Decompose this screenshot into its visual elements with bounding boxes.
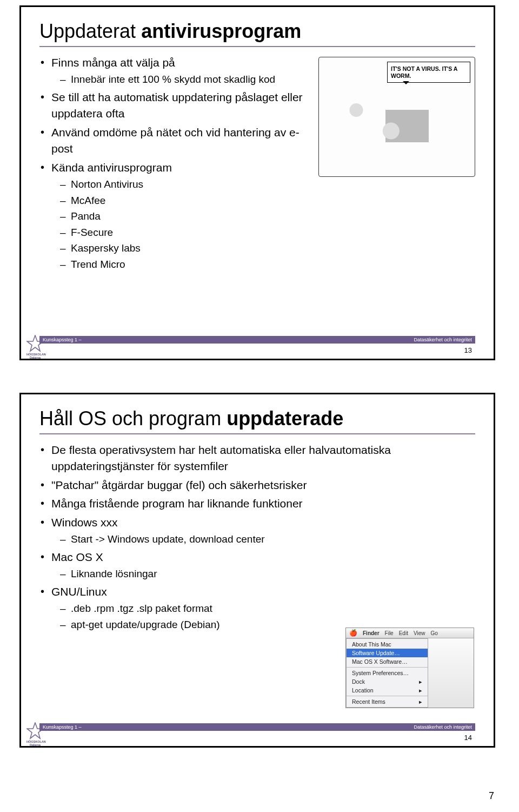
apple-icon: 🍎	[349, 629, 357, 637]
bullet-list: Finns många att välja på Innebär inte et…	[39, 55, 310, 272]
sub-item: Panda	[51, 209, 310, 224]
slide-1: Uppdaterat antivirusprogram Finns många …	[19, 5, 495, 360]
logo-text: HÖGSKOLAN Dalarna	[26, 353, 44, 359]
menubar-item: View	[414, 630, 425, 636]
cartoon-doodle	[324, 91, 469, 171]
bullet-text: Mac OS X	[51, 551, 103, 563]
bullet-item: Många fristående program har liknande fu…	[39, 496, 475, 512]
title-plain: Uppdaterat	[39, 20, 141, 42]
menu-item: Location▸	[347, 686, 428, 695]
bullet-item: Finns många att välja på Innebär inte et…	[39, 55, 310, 87]
page: Uppdaterat antivirusprogram Finns många …	[0, 0, 519, 811]
speech-bubble: IT'S NOT A VIRUS. IT'S A WORM.	[387, 62, 470, 83]
content-left: Finns många att välja på Innebär inte et…	[39, 55, 310, 274]
title-plain: Håll OS och program	[39, 407, 227, 430]
bullet-item: Windows xxx Start -> Windows update, dow…	[39, 514, 475, 547]
menu-item: Dock▸	[347, 677, 428, 686]
menu-item: Mac OS X Software…	[347, 657, 428, 666]
sub-item: Trend Micro	[51, 257, 310, 272]
chevron-right-icon: ▸	[419, 698, 422, 705]
footer-right: Datasäkerhet och integritet	[414, 337, 472, 342]
menu-separator	[347, 696, 428, 696]
menubar-item: Finder	[363, 630, 380, 636]
title-bold: antivirusprogram	[141, 20, 301, 42]
sub-item: Start -> Windows update, download center	[51, 532, 475, 547]
title-underline	[39, 433, 475, 434]
mac-menubar: 🍎 Finder File Edit View Go	[346, 628, 474, 638]
footer-left: Kunskapssteg 1 –	[43, 724, 82, 730]
title-underline	[39, 46, 475, 47]
bullet-text: GNU/Linux	[51, 585, 107, 598]
bullet-item: Se till att ha automatisk uppdatering på…	[39, 89, 310, 122]
footer-right: Datasäkerhet och integritet	[414, 724, 472, 730]
sub-item: F-Secure	[51, 225, 310, 240]
mac-menu-image: 🍎 Finder File Edit View Go About This Ma…	[345, 628, 474, 708]
slide-title: Uppdaterat antivirusprogram	[39, 20, 475, 43]
sub-item: Liknande lösningar	[51, 566, 475, 582]
slide-title: Håll OS och program uppdaterade	[39, 407, 475, 430]
slide-body: De flesta operativsystem har helt automa…	[39, 442, 475, 632]
logo-text: HÖGSKOLAN Dalarna	[26, 741, 44, 747]
menubar-item: File	[385, 630, 394, 636]
menu-item: About This Mac	[347, 640, 428, 649]
slide-number: 13	[464, 346, 472, 354]
menu-item: System Preferences…	[347, 669, 428, 677]
bullet-item: De flesta operativsystem har helt automa…	[39, 442, 475, 475]
sub-item: McAfee	[51, 193, 310, 208]
slide-2: Håll OS och program uppdaterade De flest…	[19, 393, 495, 748]
content-right: IT'S NOT A VIRUS. IT'S A WORM.	[318, 55, 475, 274]
footer-bar: Kunskapssteg 1 – Datasäkerhet och integr…	[39, 336, 475, 344]
menu-item: Recent Items▸	[347, 697, 428, 706]
bullet-item: Mac OS X Liknande lösningar	[39, 549, 475, 582]
menubar-item: Edit	[399, 630, 408, 636]
mac-menu: 🍎 Finder File Edit View Go About This Ma…	[345, 628, 474, 708]
sub-item: Kaspersky labs	[51, 241, 310, 256]
bullet-item: "Patchar" åtgärdar buggar (fel) och säke…	[39, 477, 475, 493]
slide-body: Finns många att välja på Innebär inte et…	[39, 55, 475, 274]
bullet-item: Kända antivirusprogram Norton Antivirus …	[39, 160, 310, 272]
menubar-item: Go	[430, 630, 437, 636]
footer-bar: Kunskapssteg 1 – Datasäkerhet och integr…	[39, 723, 475, 731]
bullet-text: Windows xxx	[51, 516, 118, 529]
bullet-text: Kända antivirusprogram	[51, 161, 172, 174]
menu-item-selected: Software Update…	[347, 649, 428, 657]
title-bold: uppdaterade	[227, 407, 343, 430]
footer-left: Kunskapssteg 1 –	[43, 337, 82, 342]
chevron-right-icon: ▸	[419, 687, 422, 694]
menu-separator	[347, 667, 428, 668]
bullet-item: Använd omdöme på nätet och vid hantering…	[39, 124, 310, 157]
bullet-list: De flesta operativsystem har helt automa…	[39, 442, 475, 632]
chevron-right-icon: ▸	[419, 678, 422, 685]
slide-number: 14	[464, 734, 472, 742]
cartoon-image: IT'S NOT A VIRUS. IT'S A WORM.	[318, 57, 475, 177]
sub-item: .deb .rpm .tgz .slp paket format	[51, 601, 475, 616]
bullet-item: GNU/Linux .deb .rpm .tgz .slp paket form…	[39, 584, 475, 632]
sub-item: Norton Antivirus	[51, 177, 310, 192]
bullet-text: Finns många att välja på	[51, 56, 175, 69]
page-number: 7	[489, 790, 494, 802]
mac-dropdown: About This Mac Software Update… Mac OS X…	[346, 638, 428, 708]
sub-item: Innebär inte ett 100 % skydd mot skadlig…	[51, 72, 310, 87]
